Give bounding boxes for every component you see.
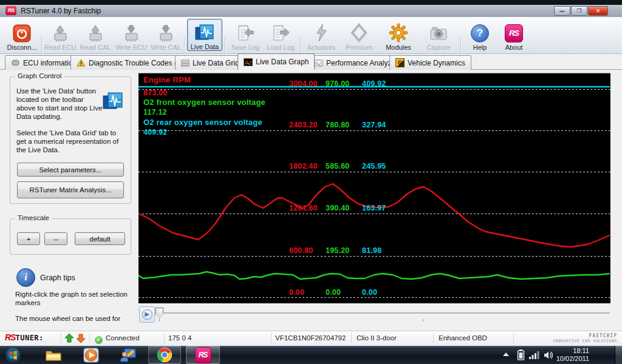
chip-read-icon	[51, 22, 69, 42]
tray-expand-icon[interactable]	[503, 352, 509, 356]
timeline-tick	[159, 319, 160, 322]
scale-value: 585.60	[326, 162, 349, 170]
legend-current-value: 873.00	[143, 89, 167, 97]
scale-value: 195.20	[326, 246, 349, 255]
scale-value: 976.00	[326, 79, 349, 88]
help-button[interactable]: ? Help	[466, 19, 494, 51]
grid-hint-text: Select the 'Live Data Grid' tab to get a…	[16, 129, 126, 154]
taskbar-chrome-button[interactable]	[148, 346, 181, 364]
status-bar: RSTUNER: ✓Connected 175 0 4 VF1CB1N0F267…	[0, 331, 622, 345]
group-title: Timescale	[15, 214, 52, 221]
clock-date: 10/02/2011	[556, 355, 589, 363]
group-title: Graph Control	[15, 72, 64, 79]
live-data-hint-text: Use the 'Live Data' button located on th…	[16, 87, 103, 121]
vehicle-model: Clio II 3-door	[357, 331, 397, 345]
taskbar: RS 18:11 10/02/2011	[0, 346, 622, 364]
live-data-button[interactable]: Live Data	[187, 19, 222, 51]
timeline-slider-track[interactable]	[163, 312, 610, 314]
scale-value: 1201.60	[289, 204, 318, 212]
disconnect-icon	[13, 22, 31, 42]
lightning-icon	[313, 22, 330, 42]
media-player-icon	[83, 347, 100, 363]
scale-value: 163.97	[362, 204, 386, 212]
modules-button[interactable]: Modules	[380, 19, 417, 51]
close-button[interactable]: ✕	[588, 6, 608, 16]
timescale-group: Timescale + -- default	[10, 218, 131, 255]
start-button[interactable]	[4, 346, 21, 363]
legend-name: O2 rear oxygen sensor voltage	[143, 118, 262, 127]
signal-bars-icon[interactable]	[529, 351, 539, 359]
graph-tip-1: Right-click the graph to set selection m…	[15, 290, 140, 307]
notepad-load-icon	[272, 22, 290, 42]
title-bar: RS RSTuner 4.0 by Fastchip — ❐ ✕	[0, 5, 622, 18]
app-icon: RS	[5, 6, 16, 15]
scale-value: 3004.00	[289, 79, 318, 88]
minimize-button[interactable]: —	[554, 6, 570, 16]
notepad-save-icon	[236, 22, 255, 42]
capture-button[interactable]: Capture	[420, 19, 457, 51]
timescale-minus-button[interactable]: --	[44, 232, 67, 245]
chip-write-icon	[122, 22, 140, 42]
disconnect-button[interactable]: Disconn...	[5, 19, 39, 51]
legend-name: O2 front oxygen sensor voltage	[143, 98, 265, 107]
protocol-label: Enhanced OBD	[439, 331, 487, 345]
tab-live-data-grid[interactable]: Live Data Grid	[175, 55, 245, 70]
scale-value: 245.95	[362, 162, 386, 170]
window-title: RSTuner 4.0 by Fastchip	[21, 7, 101, 15]
taskbar-messenger-icon[interactable]	[119, 346, 136, 363]
read-ecu-button[interactable]: Read ECU	[44, 19, 77, 51]
load-log-button[interactable]: Load Log	[264, 19, 298, 51]
rs-logo-icon: RS	[505, 22, 523, 42]
scale-value: 81.98	[362, 246, 381, 255]
analyzer-icon	[314, 59, 323, 67]
graph-tip-2: The mouse wheel can be used for	[15, 314, 140, 323]
show-desktop-button[interactable]	[615, 346, 622, 364]
gear-icon	[389, 22, 408, 42]
live-data-hint-row: Use the 'Live Data' button located on th…	[16, 87, 126, 121]
taskbar-media-player-icon[interactable]	[83, 346, 100, 363]
about-button[interactable]: RS About	[498, 19, 530, 51]
scale-value: 327.94	[362, 121, 386, 129]
live-data-graph-panel: 3004.00976.00409.922403.20780.80327.9418…	[138, 73, 610, 303]
matrix-analysis-button[interactable]: RSTuner Matrix Analysis...	[17, 181, 124, 198]
speaker-icon[interactable]	[544, 351, 554, 360]
timescale-plus-button[interactable]: +	[17, 232, 40, 245]
tab-strip: ECU information Diagnostic Trouble Codes…	[0, 53, 622, 70]
rstuner-app-window: { "window": { "title": "RSTuner 4.0 by F…	[0, 0, 622, 364]
tab-vehicle-dynamics[interactable]: G Vehicle Dynamics	[389, 55, 471, 70]
scale-value: 600.80	[289, 246, 313, 255]
taskbar-rstuner-button[interactable]: RS	[186, 346, 220, 364]
windows-orb-icon	[5, 347, 21, 363]
read-cal-button[interactable]: Read CAL	[79, 19, 112, 51]
taskbar-clock[interactable]: 18:11 10/02/2011	[556, 347, 589, 363]
play-button[interactable]: ▶	[139, 306, 155, 323]
scale-value: 780.80	[326, 121, 349, 129]
scale-value: 1802.40	[289, 162, 318, 170]
restore-button[interactable]: ❐	[571, 6, 587, 16]
main-toolbar: Disconn... Read ECU Read CAL Write ECU W…	[0, 17, 622, 54]
tab-diagnostic-trouble-codes[interactable]: Diagnostic Trouble Codes (1)	[70, 55, 189, 70]
legend-current-value: 409.92	[143, 128, 167, 136]
battery-icon[interactable]	[517, 349, 525, 360]
live-data-graph[interactable]: 3004.00976.00409.922403.20780.80327.9418…	[138, 73, 610, 303]
chip-write-icon	[157, 22, 175, 42]
fastchip-logo: FASTCHIP INNOVATIVE CAR SOLUTIONS	[553, 333, 617, 343]
legend-name: Engine RPM	[143, 75, 191, 84]
write-ecu-button[interactable]: Write ECU	[114, 19, 148, 51]
actuators-button[interactable]: Actuators	[304, 19, 339, 51]
series-line-1	[138, 272, 609, 279]
taskbar-explorer-icon[interactable]	[45, 346, 62, 363]
window-top-edge	[0, 0, 622, 5]
scale-value: 0.00	[289, 288, 304, 297]
graph-tips-title: Graph tips	[40, 274, 75, 282]
scale-value: 0.00	[326, 288, 341, 297]
timescale-default-button[interactable]: default	[75, 232, 125, 245]
scale-value: 390.40	[326, 204, 349, 212]
chrome-icon	[157, 347, 173, 363]
timeline-tick	[423, 319, 423, 322]
tab-live-data-graph[interactable]: Live Data Graph	[238, 53, 315, 70]
select-parameters-button[interactable]: Select parameters...	[17, 163, 124, 177]
premium-button[interactable]: Premium	[341, 19, 377, 51]
write-cal-button[interactable]: Write CAL	[149, 19, 182, 51]
save-log-button[interactable]: Save Log	[229, 19, 262, 51]
